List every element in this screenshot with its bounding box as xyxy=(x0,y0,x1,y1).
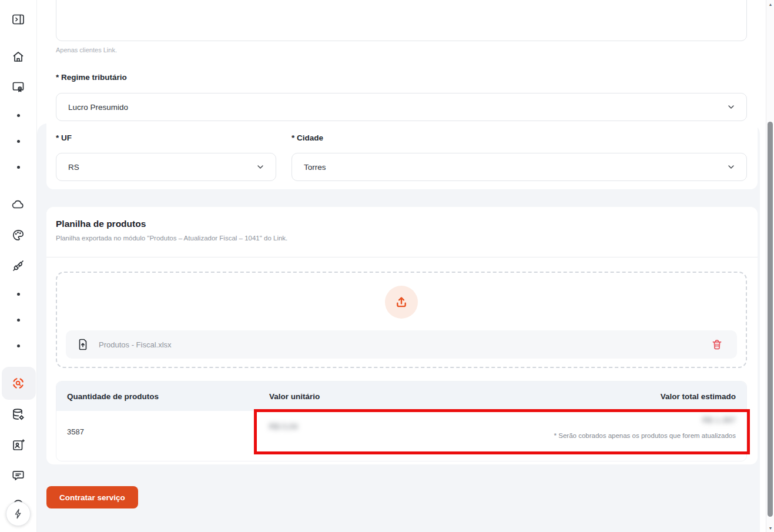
scrollbar[interactable]: ▲ ▼ xyxy=(766,0,774,532)
chat-icon[interactable] xyxy=(11,469,25,483)
panel-toggle-icon[interactable] xyxy=(11,12,25,26)
delete-file-icon[interactable] xyxy=(711,339,723,350)
section-divider xyxy=(46,257,758,257)
quantity-value: 3587 xyxy=(67,427,84,436)
regime-select[interactable]: Lucro Presumido xyxy=(56,93,747,121)
sidebar-dot-item[interactable] xyxy=(17,114,20,117)
table-row: 3587 R$ 0,04 R$ 1.397 * Serão cobrados a… xyxy=(56,411,746,461)
cidade-label: * Cidade xyxy=(291,133,323,142)
scrollbar-thumb[interactable] xyxy=(768,122,773,517)
sidebar-dot-item[interactable] xyxy=(17,166,20,169)
regime-label: * Regime tributário xyxy=(56,73,127,82)
chevron-down-icon xyxy=(726,102,736,112)
chevron-down-icon xyxy=(256,162,265,172)
scan-search-icon[interactable] xyxy=(11,376,25,390)
unit-value-blurred: R$ 0,04 xyxy=(269,422,298,431)
client-input[interactable] xyxy=(56,0,747,41)
palette-icon[interactable] xyxy=(11,228,25,242)
lightning-bolt-button[interactable] xyxy=(6,501,31,526)
training-screen-icon[interactable] xyxy=(11,80,25,94)
sidebar-dot-item[interactable] xyxy=(17,319,20,322)
upload-icon[interactable] xyxy=(385,286,418,319)
total-value-blurred: R$ 1.397 xyxy=(554,416,736,424)
page-root: Apenas clientes Link. * Regime tributári… xyxy=(0,0,774,532)
planilha-subtitle: Planilha exportada no módulo "Produtos –… xyxy=(56,235,287,242)
file-name: Produtos - Fiscal.xlsx xyxy=(99,330,172,359)
home-icon[interactable] xyxy=(11,50,25,64)
client-helper-text: Apenas clientes Link. xyxy=(56,46,117,53)
cidade-value: Torres xyxy=(304,163,326,172)
cidade-select[interactable]: Torres xyxy=(291,153,747,181)
table-header-row: Quantidade de produtos Valor unitário Va… xyxy=(56,382,746,411)
cloud-icon[interactable] xyxy=(11,198,25,212)
contratar-servico-button[interactable]: Contratar serviço xyxy=(46,486,138,508)
plug-icon[interactable] xyxy=(11,259,25,273)
header-valor-unitario: Valor unitário xyxy=(269,382,320,411)
regime-value: Lucro Presumido xyxy=(68,103,128,112)
sidebar xyxy=(0,0,37,532)
contact-card-sparkle-icon[interactable] xyxy=(11,438,25,452)
file-upload-icon xyxy=(76,338,89,351)
sidebar-dot-item[interactable] xyxy=(17,140,20,143)
scroll-down-arrow-icon[interactable]: ▼ xyxy=(766,526,774,530)
uf-value: RS xyxy=(68,163,79,172)
chevron-down-icon xyxy=(726,162,736,172)
header-valor-total: Valor total estimado xyxy=(661,382,736,411)
planilha-title: Planilha de produtos xyxy=(56,219,146,229)
products-table: Quantidade de produtos Valor unitário Va… xyxy=(56,381,747,461)
uploaded-file-row: Produtos - Fiscal.xlsx xyxy=(66,330,737,359)
uf-select[interactable]: RS xyxy=(56,153,276,181)
scroll-up-arrow-icon[interactable]: ▲ xyxy=(766,2,774,6)
database-gear-icon[interactable] xyxy=(11,407,25,421)
sidebar-dot-item[interactable] xyxy=(17,344,20,347)
billing-note: * Serão cobrados apenas os produtos que … xyxy=(554,432,736,439)
header-quantidade: Quantidade de produtos xyxy=(67,382,159,411)
sidebar-dot-item[interactable] xyxy=(17,293,20,296)
uf-label: * UF xyxy=(56,133,72,142)
